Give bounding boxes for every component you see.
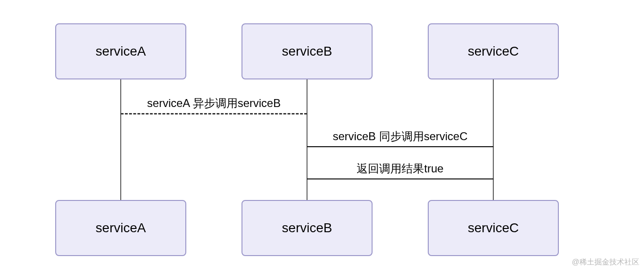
watermark: @稀土掘金技术社区 (572, 257, 639, 267)
participant-service-b-top: serviceB (242, 23, 373, 79)
participant-label: serviceA (95, 44, 146, 59)
participant-label: serviceA (95, 221, 146, 235)
participant-label: serviceB (282, 221, 332, 235)
participant-label: serviceB (282, 44, 332, 59)
participant-service-b-bottom: serviceB (242, 200, 373, 256)
message-label-return: 返回调用结果true (307, 161, 493, 176)
participant-service-c-top: serviceC (428, 23, 559, 79)
message-label-async-call: serviceA 异步调用serviceB (121, 96, 307, 111)
message-line-async-call (121, 113, 307, 114)
participant-label: serviceC (468, 44, 519, 59)
participant-service-a-bottom: serviceA (55, 200, 186, 256)
participant-service-c-bottom: serviceC (428, 200, 559, 256)
sequence-diagram: serviceA serviceB serviceC serviceA 异步调用… (0, 0, 644, 271)
message-label-sync-call: serviceB 同步调用serviceC (307, 129, 493, 144)
message-line-return (307, 178, 493, 179)
participant-service-a-top: serviceA (55, 23, 186, 79)
message-line-sync-call (307, 146, 493, 147)
participant-label: serviceC (468, 221, 519, 235)
